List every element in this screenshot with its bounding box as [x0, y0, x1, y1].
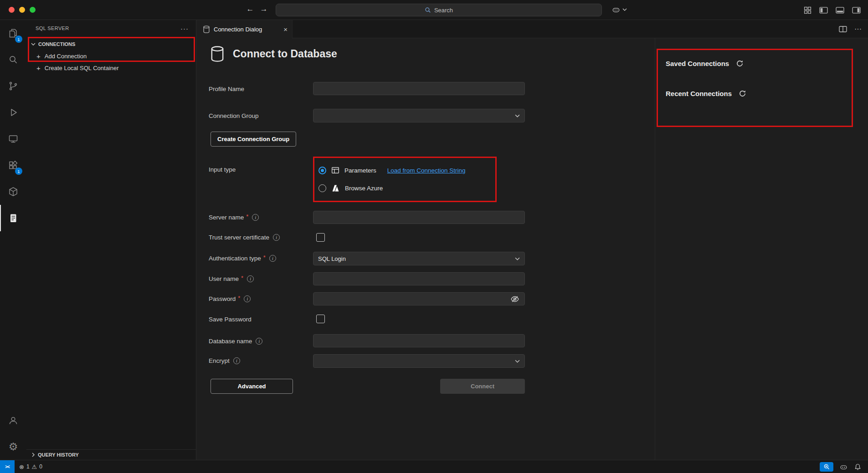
- back-button[interactable]: ←: [245, 5, 256, 14]
- plus-icon: +: [36, 52, 41, 60]
- sidebar-item-remote-explorer[interactable]: [0, 126, 26, 152]
- info-icon[interactable]: i: [244, 295, 251, 302]
- copilot-status-icon[interactable]: [839, 463, 848, 471]
- trust-server-certificate-checkbox[interactable]: [316, 233, 325, 242]
- toggle-primary-sidebar-icon[interactable]: [819, 7, 828, 14]
- extensions-badge: 1: [15, 168, 22, 175]
- copilot-menu-button[interactable]: [611, 5, 627, 14]
- connections-section-header[interactable]: CONNECTIONS: [26, 38, 196, 50]
- authentication-type-select[interactable]: SQL Login: [313, 252, 525, 265]
- settings-button[interactable]: ⚙: [0, 433, 26, 460]
- parameters-radio[interactable]: [318, 167, 326, 174]
- database-icon: [203, 25, 210, 33]
- authentication-type-label: Authentication type * i: [209, 254, 276, 263]
- minimize-window-button[interactable]: [19, 7, 25, 13]
- activity-bar-bottom: ⚙: [0, 407, 26, 460]
- editor-area: Connection Dialog × ··· Connect to Datab…: [196, 20, 868, 460]
- password-input[interactable]: [313, 292, 525, 305]
- sidebar-item-run-debug[interactable]: [0, 99, 26, 126]
- tab-bar: Connection Dialog × ···: [196, 20, 868, 38]
- remote-indicator[interactable]: ><: [0, 460, 15, 473]
- server-name-label: Server name * i: [209, 213, 259, 222]
- toggle-password-visibility-button[interactable]: [510, 295, 519, 304]
- remote-icon: ><: [5, 464, 10, 469]
- toggle-panel-icon[interactable]: [836, 7, 844, 14]
- split-editor-icon[interactable]: [839, 26, 847, 32]
- accounts-button[interactable]: [0, 407, 26, 433]
- sidebar-item-extensions[interactable]: 1: [0, 152, 26, 178]
- chevron-down-icon: [515, 114, 520, 117]
- info-icon[interactable]: i: [233, 357, 240, 364]
- user-name-label: User name * i: [209, 274, 254, 283]
- server-name-input[interactable]: [313, 211, 525, 224]
- connect-button[interactable]: Connect: [440, 379, 525, 394]
- load-from-connection-string-link[interactable]: Load from Connection String: [387, 167, 466, 174]
- maximize-window-button[interactable]: [30, 7, 36, 13]
- profile-name-label: Profile Name: [209, 84, 244, 93]
- gear-icon: ⚙: [9, 442, 18, 452]
- advanced-button[interactable]: Advanced: [211, 379, 293, 394]
- chevron-down-icon: [622, 8, 627, 11]
- layout-controls: [804, 6, 861, 14]
- refresh-icon[interactable]: [736, 60, 744, 67]
- sidebar-title: SQL SERVER: [36, 25, 69, 31]
- info-icon[interactable]: i: [273, 234, 280, 241]
- sidebar-item-explorer[interactable]: 1: [0, 20, 26, 46]
- error-icon: ⊗: [19, 463, 24, 470]
- info-icon[interactable]: i: [269, 255, 276, 262]
- sidebar-item-containers[interactable]: [0, 178, 26, 205]
- create-connection-group-button[interactable]: Create Connection Group: [211, 132, 296, 147]
- query-history-section-header[interactable]: QUERY HISTORY: [26, 449, 196, 460]
- package-icon: [8, 186, 19, 197]
- refresh-icon[interactable]: [739, 90, 746, 97]
- info-icon[interactable]: i: [252, 214, 259, 221]
- problems-status-item[interactable]: ⊗ 1 ⚠ 0: [19, 463, 42, 470]
- password-label: Password * i: [209, 294, 251, 303]
- git-branch-icon: [8, 81, 19, 92]
- zoom-status-button[interactable]: [820, 462, 833, 472]
- browse-azure-radio-label[interactable]: Browse Azure: [345, 185, 383, 192]
- browse-azure-radio[interactable]: [318, 184, 326, 192]
- chevron-right-icon: [32, 453, 35, 457]
- input-type-label: Input type: [209, 165, 236, 174]
- recent-connections-header: Recent Connections: [666, 90, 732, 97]
- database-name-input[interactable]: [313, 334, 525, 347]
- window-controls: [9, 7, 36, 13]
- explorer-badge: 1: [15, 36, 22, 43]
- sidebar-item-source-control[interactable]: [0, 73, 26, 99]
- info-icon[interactable]: i: [256, 338, 262, 345]
- sidebar-item-sql-server[interactable]: [0, 205, 26, 231]
- toggle-secondary-sidebar-icon[interactable]: [852, 7, 861, 14]
- tab-label: Connection Dialog: [214, 26, 262, 33]
- notifications-bell-icon[interactable]: [854, 463, 862, 471]
- forward-button[interactable]: →: [258, 5, 269, 14]
- editor-more-actions-button[interactable]: ···: [854, 25, 862, 33]
- vm-icon: [8, 133, 19, 144]
- customize-layout-icon[interactable]: [804, 6, 812, 14]
- info-icon[interactable]: i: [247, 275, 254, 282]
- required-marker: *: [246, 213, 248, 220]
- query-history-label: QUERY HISTORY: [38, 452, 79, 458]
- profile-name-input[interactable]: [313, 82, 525, 95]
- chevron-down-icon: [515, 360, 520, 363]
- sql-server-icon: [8, 213, 19, 224]
- trust-server-certificate-label: Trust server certificate i: [209, 233, 280, 242]
- parameters-icon: [331, 166, 339, 174]
- sidebar-item-search[interactable]: [0, 46, 26, 73]
- command-center-search[interactable]: Search: [276, 4, 602, 16]
- encrypt-select[interactable]: [313, 354, 525, 368]
- create-local-sql-container-item[interactable]: + Create Local SQL Container: [26, 62, 196, 74]
- user-name-input[interactable]: [313, 272, 525, 285]
- connection-group-select[interactable]: [313, 109, 525, 122]
- close-window-button[interactable]: [9, 7, 15, 13]
- tab-connection-dialog[interactable]: Connection Dialog ×: [196, 20, 293, 39]
- search-icon: [425, 7, 431, 13]
- account-icon: [8, 415, 19, 426]
- parameters-radio-label[interactable]: Parameters: [344, 167, 376, 174]
- status-bar: >< ⊗ 1 ⚠ 0: [0, 460, 868, 473]
- sidebar-more-actions-button[interactable]: ···: [180, 25, 189, 32]
- encrypt-label: Encrypt i: [209, 356, 240, 365]
- close-tab-icon[interactable]: ×: [283, 25, 288, 33]
- add-connection-item[interactable]: + Add Connection: [26, 50, 196, 62]
- save-password-checkbox[interactable]: [316, 315, 325, 323]
